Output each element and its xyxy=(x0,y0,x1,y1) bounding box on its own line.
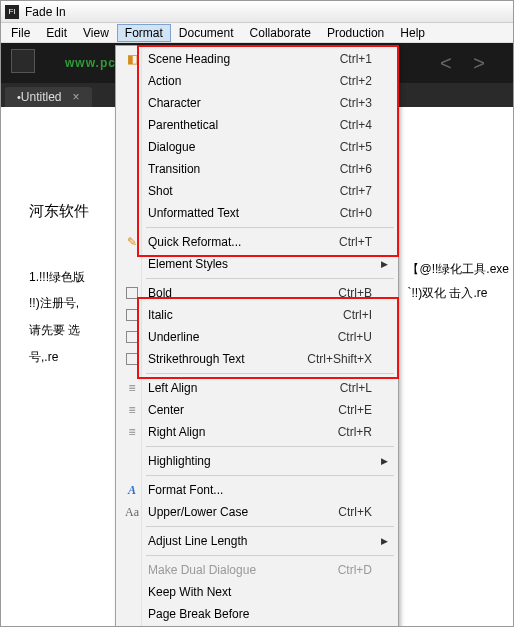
shortcut-label: Ctrl+4 xyxy=(340,118,372,132)
shortcut-label: Ctrl+B xyxy=(338,286,372,300)
tab-close-icon[interactable]: × xyxy=(73,90,80,104)
menu-item-unformatted-text[interactable]: Unformatted TextCtrl+0 xyxy=(118,202,396,224)
menu-item-center[interactable]: ≡CenterCtrl+E xyxy=(118,399,396,421)
shortcut-label: Ctrl+U xyxy=(338,330,372,344)
menu-item-adjust-line-length[interactable]: Adjust Line Length▶ xyxy=(118,530,396,552)
menu-document[interactable]: Document xyxy=(171,24,242,42)
menu-item-underline[interactable]: UnderlineCtrl+U xyxy=(118,326,396,348)
menu-item-dialogue[interactable]: DialogueCtrl+5 xyxy=(118,136,396,158)
shortcut-label: Ctrl+K xyxy=(338,505,372,519)
tab-untitled[interactable]: •Untitled × xyxy=(5,87,92,107)
menu-item-quick-reformat[interactable]: ✎Quick Reformat...Ctrl+T xyxy=(118,231,396,253)
submenu-arrow-icon: ▶ xyxy=(381,259,388,269)
shortcut-label: Ctrl+L xyxy=(340,381,372,395)
menu-format[interactable]: Format xyxy=(117,24,171,42)
menu-item-transition[interactable]: TransitionCtrl+6 xyxy=(118,158,396,180)
submenu-arrow-icon: ▶ xyxy=(381,456,388,466)
tab-label: Untitled xyxy=(21,90,62,104)
menu-item-shot[interactable]: ShotCtrl+7 xyxy=(118,180,396,202)
menu-item-make-dual-dialogue: Make Dual DialogueCtrl+D xyxy=(118,559,396,581)
shortcut-label: Ctrl+5 xyxy=(340,140,372,154)
menu-item-scene-heading[interactable]: ◧Scene HeadingCtrl+1 xyxy=(118,48,396,70)
menu-item-format-font[interactable]: AFormat Font... xyxy=(118,479,396,501)
shortcut-label: Ctrl+E xyxy=(338,403,372,417)
menu-separator xyxy=(146,373,394,374)
menu-item-label: Adjust Line Length xyxy=(148,534,396,548)
menu-separator xyxy=(146,526,394,527)
shortcut-label: Ctrl+7 xyxy=(340,184,372,198)
shortcut-label: Ctrl+Shift+X xyxy=(307,352,372,366)
checkbox-icon xyxy=(124,307,140,323)
menu-item-label: Page Break Before xyxy=(148,607,396,621)
menu-item-italic[interactable]: ItalicCtrl+I xyxy=(118,304,396,326)
menu-item-page-break-before[interactable]: Page Break Before xyxy=(118,603,396,625)
nav-icons[interactable] xyxy=(11,49,35,76)
menu-item-parenthetical[interactable]: ParentheticalCtrl+4 xyxy=(118,114,396,136)
checkbox-icon xyxy=(124,329,140,345)
shortcut-label: Ctrl+1 xyxy=(340,52,372,66)
shortcut-label: Ctrl+T xyxy=(339,235,372,249)
checkbox-icon xyxy=(124,351,140,367)
app-icon: FI xyxy=(5,5,19,19)
shortcut-label: Ctrl+I xyxy=(343,308,372,322)
scene-icon: ◧ xyxy=(124,51,140,67)
menu-item-character[interactable]: CharacterCtrl+3 xyxy=(118,92,396,114)
menu-help[interactable]: Help xyxy=(392,24,433,42)
shortcut-label: Ctrl+D xyxy=(338,563,372,577)
submenu-arrow-icon: ▶ xyxy=(381,536,388,546)
menu-view[interactable]: View xyxy=(75,24,117,42)
menu-item-keep-with-next[interactable]: Keep With Next xyxy=(118,581,396,603)
menu-item-action[interactable]: ActionCtrl+2 xyxy=(118,70,396,92)
menu-separator xyxy=(146,278,394,279)
doc-right-text: 【@!!绿化工具.exe`!!)双化 击入.re xyxy=(407,257,509,305)
menu-item-label: Element Styles xyxy=(148,257,396,271)
shortcut-label: Ctrl+3 xyxy=(340,96,372,110)
menu-separator xyxy=(146,227,394,228)
checkbox-icon xyxy=(124,285,140,301)
shortcut-label: Ctrl+R xyxy=(338,425,372,439)
reformat-icon: ✎ xyxy=(124,234,140,250)
align-icon: ≡ xyxy=(124,424,140,440)
menu-item-label: Format Font... xyxy=(148,483,396,497)
menu-item-element-styles[interactable]: Element Styles▶ xyxy=(118,253,396,275)
shortcut-label: Ctrl+0 xyxy=(340,206,372,220)
align-icon: ≡ xyxy=(124,380,140,396)
font-icon: A xyxy=(124,482,140,498)
menu-separator xyxy=(146,446,394,447)
menu-file[interactable]: File xyxy=(3,24,38,42)
nav-arrows[interactable]: < > xyxy=(440,52,493,75)
menu-item-left-align[interactable]: ≡Left AlignCtrl+L xyxy=(118,377,396,399)
menu-item-strikethrough-text[interactable]: Strikethrough TextCtrl+Shift+X xyxy=(118,348,396,370)
menu-item-label: Keep With Next xyxy=(148,585,396,599)
menu-item-right-align[interactable]: ≡Right AlignCtrl+R xyxy=(118,421,396,443)
align-icon: ≡ xyxy=(124,402,140,418)
menu-item-highlighting[interactable]: Highlighting▶ xyxy=(118,450,396,472)
shortcut-label: Ctrl+2 xyxy=(340,74,372,88)
menu-separator xyxy=(146,555,394,556)
shortcut-label: Ctrl+6 xyxy=(340,162,372,176)
menu-collaborate[interactable]: Collaborate xyxy=(242,24,319,42)
menu-edit[interactable]: Edit xyxy=(38,24,75,42)
menu-separator xyxy=(146,475,394,476)
menu-item-label: Highlighting xyxy=(148,454,396,468)
menu-item-bold[interactable]: BoldCtrl+B xyxy=(118,282,396,304)
format-menu: ◧Scene HeadingCtrl+1ActionCtrl+2Characte… xyxy=(115,45,399,627)
case-icon: Aa xyxy=(124,504,140,520)
app-title: Fade In xyxy=(25,5,66,19)
menu-production[interactable]: Production xyxy=(319,24,392,42)
menubar: FileEditViewFormatDocumentCollaboratePro… xyxy=(1,23,513,43)
titlebar: FI Fade In xyxy=(1,1,513,23)
menu-item-upper-lower-case[interactable]: AaUpper/Lower CaseCtrl+K xyxy=(118,501,396,523)
